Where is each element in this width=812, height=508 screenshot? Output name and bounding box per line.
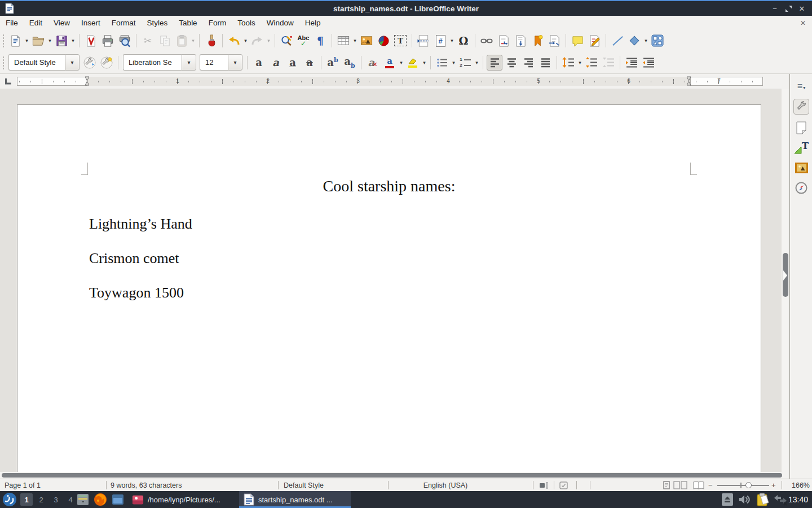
menu-file[interactable]: File [0, 16, 24, 30]
insert-table-button[interactable] [336, 33, 351, 49]
zoom-slider-thumb[interactable] [745, 482, 752, 488]
undo-button[interactable] [226, 33, 242, 49]
word-count[interactable]: 9 words, 63 characters [111, 479, 182, 491]
menu-styles[interactable]: Styles [142, 16, 174, 30]
vertical-scrollbar[interactable] [782, 89, 789, 472]
subscript-button[interactable]: ab [342, 55, 358, 71]
title-bar[interactable]: startship_names.odt - LibreOffice Writer… [0, 0, 812, 16]
selection-mode-indicator[interactable] [559, 479, 568, 491]
menu-table[interactable]: Table [173, 16, 202, 30]
view-single-page-button[interactable] [663, 479, 670, 491]
applications-menu-button[interactable] [2, 491, 17, 508]
view-multi-page-button[interactable] [673, 479, 688, 491]
workspace-4-button[interactable]: 4 [64, 493, 77, 506]
clipboard-manager-button[interactable] [757, 491, 770, 508]
basic-shapes-dropdown[interactable]: ▾ [643, 33, 649, 49]
firefox-launcher[interactable] [94, 491, 107, 508]
menu-edit[interactable]: Edit [24, 16, 48, 30]
font-size-value[interactable]: 12 [200, 54, 228, 71]
volume-button[interactable] [739, 491, 750, 508]
menu-window[interactable]: Window [261, 16, 299, 30]
workspace-1-button[interactable]: 1 [20, 493, 33, 506]
sidebar-tab-navigator[interactable] [793, 180, 809, 196]
bullet-list-button[interactable] [434, 55, 450, 71]
clock[interactable]: 13:40 [788, 491, 808, 508]
document-page[interactable]: Cool starship names: Lightning’s Hand Cr… [17, 104, 761, 472]
insert-table-dropdown[interactable]: ▾ [352, 33, 358, 49]
print-preview-button[interactable] [117, 33, 133, 49]
highlight-color-dropdown[interactable]: ▾ [421, 55, 427, 71]
insert-chart-button[interactable] [376, 33, 391, 49]
document-heading[interactable]: Cool starship names: [17, 177, 761, 195]
save-dropdown[interactable]: ▾ [70, 33, 76, 49]
right-indent-marker[interactable] [686, 76, 691, 86]
font-color-dropdown[interactable]: ▾ [398, 55, 404, 71]
minimize-button[interactable]: − [769, 3, 780, 14]
zoom-in-button[interactable]: + [771, 479, 776, 491]
workspace-2-button[interactable]: 2 [35, 493, 47, 506]
align-right-button[interactable] [520, 55, 536, 71]
task-writer-window[interactable]: startship_names.odt ... [239, 491, 351, 508]
increase-paragraph-spacing-button[interactable] [584, 55, 599, 71]
open-dropdown[interactable]: ▾ [47, 33, 53, 49]
find-replace-button[interactable] [279, 33, 294, 49]
document-view[interactable]: Cool starship names: Lightning’s Hand Cr… [0, 89, 782, 472]
save-button[interactable] [54, 33, 69, 49]
zoom-slider-track[interactable] [717, 485, 769, 486]
paragraph-style-value[interactable]: Default Style [8, 54, 65, 71]
font-size-dropdown[interactable]: ▾ [228, 54, 242, 71]
view-book-button[interactable] [692, 479, 705, 491]
menu-view[interactable]: View [48, 16, 76, 30]
left-indent-marker[interactable] [85, 76, 90, 86]
new-document-button[interactable] [7, 33, 23, 49]
sidebar-toggle-handle[interactable] [783, 270, 787, 281]
close-button[interactable]: ✕ [796, 3, 807, 14]
endnote-button[interactable] [513, 33, 528, 49]
print-button[interactable] [100, 33, 116, 49]
menu-format[interactable]: Format [106, 16, 142, 30]
italic-button[interactable]: a [268, 55, 284, 71]
justify-button[interactable] [537, 55, 553, 71]
strikethrough-button[interactable]: a [302, 55, 317, 71]
open-button[interactable] [30, 33, 46, 49]
document-line[interactable]: Lightning’s Hand [89, 216, 192, 233]
text-language[interactable]: English (USA) [389, 479, 502, 491]
horizontal-scrollbar-thumb[interactable] [2, 473, 782, 478]
new-style-button[interactable] [99, 55, 114, 71]
horizontal-ruler[interactable]: 1 2 3 4 5 6 7 [0, 74, 789, 89]
archive-manager-launcher[interactable] [77, 491, 89, 508]
new-document-dropdown[interactable]: ▾ [24, 33, 30, 49]
bookmark-button[interactable] [529, 33, 545, 49]
align-left-button[interactable] [487, 55, 502, 71]
numbered-list-dropdown[interactable]: ▾ [474, 55, 480, 71]
network-status-button[interactable] [774, 491, 787, 508]
zoom-out-button[interactable]: − [708, 479, 713, 491]
basic-shapes-button[interactable] [626, 33, 642, 49]
tab-stop-selector[interactable] [5, 78, 12, 85]
cross-reference-button[interactable] [546, 33, 562, 49]
font-size-combo[interactable]: 12 ▾ [200, 54, 242, 71]
menu-help[interactable]: Help [299, 16, 326, 30]
paragraph-style-dropdown[interactable]: ▾ [65, 54, 80, 71]
zoom-level[interactable]: 166% [787, 479, 810, 491]
formatting-marks-button[interactable]: ¶ [312, 33, 328, 49]
removable-media-button[interactable] [722, 491, 733, 508]
draw-functions-button[interactable] [650, 33, 665, 49]
sidebar-settings-button[interactable]: ≡▾ [793, 78, 809, 94]
underline-button[interactable]: a [285, 55, 301, 71]
line-spacing-dropdown[interactable]: ▾ [577, 55, 583, 71]
highlight-color-button[interactable] [405, 55, 421, 71]
decrease-indent-button[interactable] [641, 55, 656, 71]
footnote-button[interactable] [496, 33, 511, 49]
export-pdf-button[interactable] [83, 33, 99, 49]
comment-button[interactable] [570, 33, 585, 49]
insert-line-button[interactable] [610, 33, 625, 49]
workspace-3-button[interactable]: 3 [50, 493, 62, 506]
increase-indent-button[interactable] [624, 55, 639, 71]
insert-image-button[interactable] [359, 33, 374, 49]
document-line[interactable]: Toywagon 1500 [89, 284, 184, 301]
align-center-button[interactable] [504, 55, 519, 71]
special-character-button[interactable]: Ω [456, 33, 471, 49]
sidebar-tab-page[interactable] [793, 120, 809, 135]
sidebar-tab-gallery[interactable] [793, 160, 809, 176]
